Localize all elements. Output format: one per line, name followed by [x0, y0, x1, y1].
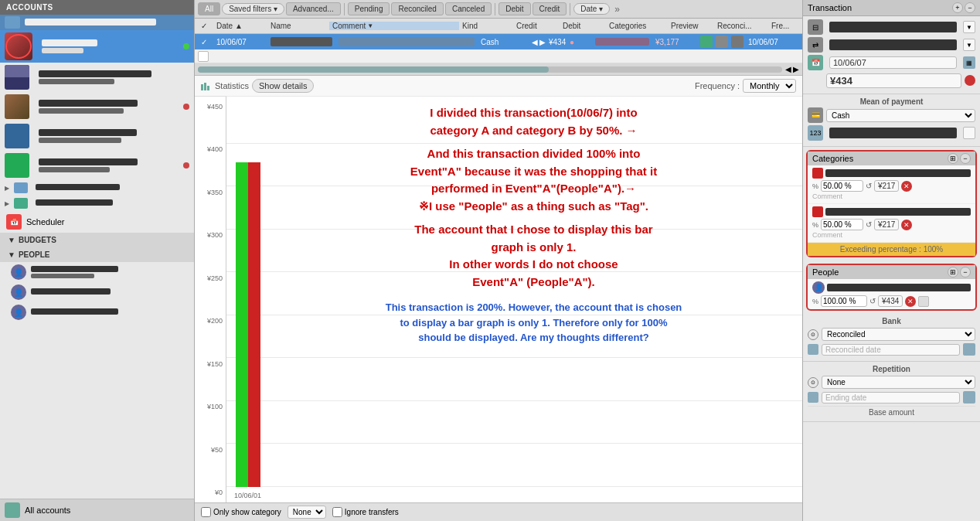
cat-amount-1: ¥217 [874, 180, 899, 192]
account-arrow[interactable]: ▼ [963, 21, 975, 33]
reconciled-date-field[interactable]: Reconciled date [822, 344, 960, 356]
cat-refresh-2[interactable]: ↺ [866, 220, 872, 229]
account-item-folder3[interactable]: ▶ [0, 196, 194, 211]
tab-credit[interactable]: Credit [533, 2, 567, 15]
scheduler-item[interactable]: 📅 Scheduler [0, 211, 194, 233]
people-section[interactable]: ▼ PEOPLE [0, 247, 194, 262]
th-reconci[interactable]: Reconci... [714, 22, 768, 30]
account-sub-4 [39, 138, 121, 143]
cat-expand-btn[interactable]: ⊞ [948, 153, 958, 164]
reconciled-date-picker[interactable] [963, 343, 975, 356]
account-avatar-selected [5, 32, 32, 60]
chart-body: ¥450 ¥400 ¥350 ¥300 ¥250 ¥200 ¥150 ¥100 … [195, 97, 802, 502]
grid-icon [808, 344, 818, 355]
reconciled-select[interactable]: Reconciled [822, 328, 975, 341]
tab-reconciled[interactable]: Reconciled [391, 2, 443, 15]
only-show-category-checkbox[interactable]: Only show category [201, 507, 281, 517]
cat-item-1: % ↺ ¥217 ✕ Comment [808, 165, 975, 204]
cat-remove-2[interactable]: ✕ [901, 220, 912, 230]
cat-item-1-row2: % ↺ ¥217 ✕ [812, 180, 971, 192]
person-checkbox[interactable] [918, 296, 929, 307]
person-remove[interactable]: ✕ [905, 296, 916, 307]
date-field[interactable]: 10/06/07 [829, 56, 957, 69]
th-debit[interactable]: Debit [560, 22, 606, 30]
th-name[interactable]: Name [267, 22, 329, 30]
people-expand-btn[interactable]: ⊞ [948, 267, 958, 278]
th-credit[interactable]: Credit [513, 22, 560, 30]
person-row1: 👤 [812, 281, 971, 294]
scroll-left[interactable]: ◀ [785, 65, 791, 73]
person-item-3[interactable]: 👤 [0, 302, 194, 322]
person-item-1[interactable]: 👤 [0, 262, 194, 282]
th-date[interactable]: Date ▲ [213, 22, 267, 30]
transfer-icon: ⇄ [808, 37, 823, 53]
account-item-folder2[interactable]: ▶ [0, 180, 194, 196]
person-percent-input[interactable] [821, 295, 867, 307]
ending-date-picker[interactable] [963, 391, 975, 404]
only-show-category-input[interactable] [201, 507, 211, 517]
cat-minus-btn[interactable]: − [960, 153, 971, 164]
td-check: ✓ [198, 38, 213, 46]
y-axis: ¥450 ¥400 ¥350 ¥300 ¥250 ¥200 ¥150 ¥100 … [195, 97, 226, 502]
account-sub-5 [39, 167, 110, 172]
th-kind[interactable]: Kind [459, 22, 513, 30]
account-item-selected[interactable] [0, 30, 194, 63]
all-accounts[interactable]: All accounts [0, 499, 194, 521]
transfer-input-bar [829, 39, 957, 50]
account-item-folder[interactable] [0, 15, 194, 30]
bar-group [236, 162, 260, 487]
scroll-track[interactable] [198, 66, 782, 73]
scroll-arrows[interactable]: ◀ ▶ [785, 65, 799, 73]
amount-field[interactable]: ¥434 [826, 73, 961, 88]
transaction-row[interactable]: ✓ 10/06/07 Cash ◀ ▶ ¥434 ● ¥3,177 10/06/… [195, 34, 802, 49]
tab-debit[interactable]: Debit [499, 2, 530, 15]
th-comment[interactable]: Comment ▼ [329, 22, 459, 30]
ending-date-field[interactable]: Ending date [822, 392, 960, 404]
frequency-select[interactable]: Monthly [743, 79, 796, 93]
panel-title: Transaction [808, 3, 852, 12]
category-select[interactable]: None [288, 506, 326, 519]
th-categories[interactable]: Categories [606, 22, 668, 30]
empty-row [195, 49, 802, 63]
bottom-bar: Only show category None Ignore transfers [195, 502, 802, 521]
tab-saved-filters[interactable]: Saved filters ▾ [222, 3, 284, 15]
cat-percent-input-2[interactable] [821, 219, 863, 230]
tab-date[interactable]: Date ▾ [573, 3, 610, 15]
tab-canceled[interactable]: Canceled [445, 2, 492, 15]
ann-blue3: should be displayed. Are my thoughts dif… [273, 330, 795, 346]
sidebar-header: ACCOUNTS [0, 0, 194, 15]
th-preview[interactable]: Preview [668, 22, 714, 30]
repetition-select[interactable]: None [822, 376, 975, 389]
reconciled-row: ⊙ Reconciled [808, 328, 975, 341]
cat-percent-input-1[interactable] [821, 180, 863, 192]
account-item-3[interactable] [0, 92, 194, 121]
person-refresh[interactable]: ↺ [869, 297, 876, 305]
th-check: ✓ [198, 22, 213, 30]
ignore-transfers-checkbox[interactable]: Ignore transfers [332, 507, 399, 517]
cat-remove-1[interactable]: ✕ [901, 181, 912, 192]
tab-advanced[interactable]: Advanced... [286, 2, 341, 15]
show-details-button[interactable]: Show details [252, 79, 314, 93]
people-minus-btn[interactable]: − [960, 267, 971, 278]
account-item-2[interactable] [0, 63, 194, 92]
cheque-arrow[interactable] [963, 127, 975, 139]
transfer-arrow[interactable]: ▼ [963, 39, 975, 51]
panel-plus-btn[interactable]: + [952, 2, 963, 13]
cat-refresh-1[interactable]: ↺ [866, 182, 872, 190]
cat-amount-2: ¥217 [874, 219, 899, 230]
payment-select[interactable]: Cash [826, 109, 975, 122]
account-item-5[interactable] [0, 151, 194, 180]
tab-all[interactable]: All [198, 2, 220, 15]
tab-pending[interactable]: Pending [348, 2, 390, 15]
panel-minus-btn[interactable]: − [965, 2, 975, 13]
ignore-transfers-input[interactable] [332, 507, 342, 517]
calendar-picker-icon[interactable]: ▦ [963, 56, 975, 69]
budgets-section[interactable]: ▼ BUDGETS [0, 233, 194, 247]
td-cash-controls[interactable]: ◀ ▶ [532, 38, 546, 46]
th-freq[interactable]: Fre... [768, 22, 799, 30]
person-item-2[interactable]: 👤 [0, 282, 194, 302]
account-item-4[interactable] [0, 121, 194, 151]
payment-icon: 💳 [808, 107, 823, 123]
more-icon[interactable]: » [611, 2, 623, 16]
scroll-right[interactable]: ▶ [793, 65, 799, 73]
